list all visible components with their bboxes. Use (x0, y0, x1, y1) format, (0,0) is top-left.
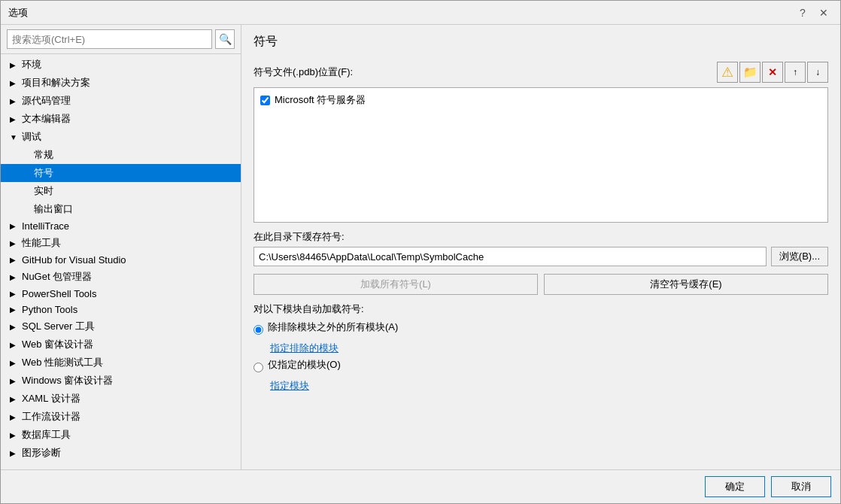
close-button[interactable]: ✕ (815, 4, 833, 22)
tree-item-env[interactable]: ▶ 环境 (1, 56, 241, 74)
tree-item-debug[interactable]: ▼ 调试 (1, 128, 241, 146)
tree-item-powershell[interactable]: ▶ PowerShell Tools (1, 286, 241, 302)
tree-item-webperf[interactable]: ▶ Web 性能测试工具 (1, 354, 241, 372)
cache-path-input[interactable] (254, 247, 767, 266)
tree-label-github: GitHub for Visual Studio (22, 254, 126, 266)
tree-item-github[interactable]: ▶ GitHub for Visual Studio (1, 252, 241, 268)
symbol-list-box: Microsoft 符号服务器 (254, 87, 828, 223)
cache-section: 在此目录下缓存符号: 浏览(B)... (254, 230, 828, 266)
warning-icon: ⚠ (721, 64, 733, 80)
clear-cache-button[interactable]: 清空符号缓存(E) (544, 274, 828, 295)
tree-item-proj[interactable]: ▶ 项目和解决方案 (1, 74, 241, 92)
radio-all-label[interactable]: 除排除模块之外的所有模块(A) (268, 320, 398, 334)
tree-item-debug-general[interactable]: 常规 (1, 146, 241, 164)
expand-arrow-db: ▶ (10, 431, 19, 439)
tree-label-webperf: Web 性能测试工具 (22, 356, 103, 369)
ms-symbol-checkbox[interactable] (260, 96, 270, 105)
tree-item-nuget[interactable]: ▶ NuGet 包管理器 (1, 268, 241, 286)
folder-icon-btn[interactable]: 📁 (739, 62, 761, 83)
tree-item-text[interactable]: ▶ 文本编辑器 (1, 110, 241, 128)
symbol-file-row: 符号文件(.pdb)位置(F): ⚠ 📁 ✕ ↑ (254, 62, 828, 83)
expand-arrow-text: ▶ (10, 115, 19, 123)
tree-item-debug-output[interactable]: 输出窗口 (1, 200, 241, 218)
radio-all-row: 除排除模块之外的所有模块(A) (254, 320, 828, 339)
tree-label-xaml: XAML 设计器 (22, 392, 80, 405)
tree-item-debug-realtime[interactable]: 实时 (1, 182, 241, 200)
tree-item-db[interactable]: ▶ 数据库工具 (1, 426, 241, 444)
tree-item-src[interactable]: ▶ 源代码管理 (1, 92, 241, 110)
expand-arrow-perf: ▶ (10, 239, 19, 247)
search-button[interactable]: 🔍 (215, 29, 235, 49)
tree-item-winforms[interactable]: ▶ Windows 窗体设计器 (1, 372, 241, 390)
expand-arrow-powershell: ▶ (10, 290, 19, 298)
tree-label-webdesign: Web 窗体设计器 (22, 338, 93, 351)
tree-item-intellitrace[interactable]: ▶ IntelliTrace (1, 218, 241, 234)
ok-button[interactable]: 确定 (705, 476, 765, 497)
tree-label-winforms: Windows 窗体设计器 (22, 374, 113, 387)
ms-symbol-label[interactable]: Microsoft 符号服务器 (275, 93, 366, 107)
expand-arrow-nuget: ▶ (10, 273, 19, 281)
left-panel: 🔍 ▶ 环境 ▶ 项目和解决方案 ▶ 源代码管理 ▶ 文本编辑器 (1, 25, 241, 469)
radio-specified[interactable] (254, 363, 263, 372)
expand-arrow-github: ▶ (10, 256, 19, 264)
tree-label-output: 输出窗口 (34, 202, 73, 216)
expand-arrow-python: ▶ (10, 305, 19, 314)
tree-label-sql: SQL Server 工具 (22, 320, 95, 333)
expand-arrow-winforms: ▶ (10, 377, 19, 385)
tree-item-python[interactable]: ▶ Python Tools (1, 302, 241, 317)
delete-icon-btn[interactable]: ✕ (762, 62, 783, 83)
up-arrow-icon: ↑ (793, 67, 797, 77)
radio-all[interactable] (254, 325, 263, 335)
tree-label-text: 文本编辑器 (22, 112, 71, 126)
tree-label-proj: 项目和解决方案 (22, 76, 90, 90)
expand-arrow-env: ▶ (10, 61, 19, 69)
tree-label-debug: 调试 (22, 130, 41, 144)
auto-load-label: 对以下模块自动加载符号: (254, 302, 828, 316)
expand-arrow-webdesign: ▶ (10, 341, 19, 349)
tree-item-debug-symbols[interactable]: 符号 (1, 164, 241, 182)
tree-item-webdesign[interactable]: ▶ Web 窗体设计器 (1, 335, 241, 354)
expand-arrow-proj: ▶ (10, 79, 19, 87)
expand-arrow-sql: ▶ (10, 323, 19, 331)
auto-load-section: 对以下模块自动加载符号: 除排除模块之外的所有模块(A) 指定排除的模块 仅指定… (254, 302, 828, 393)
specify-link[interactable]: 指定模块 (270, 379, 828, 393)
expand-arrow-debug: ▼ (10, 133, 19, 141)
symbol-file-label: 符号文件(.pdb)位置(F): (254, 65, 353, 79)
tree-area: ▶ 环境 ▶ 项目和解决方案 ▶ 源代码管理 ▶ 文本编辑器 ▼ 调试 (1, 54, 241, 469)
specify-exclude-link[interactable]: 指定排除的模块 (270, 342, 828, 355)
tree-item-perf[interactable]: ▶ 性能工具 (1, 234, 241, 252)
symbol-server-row: Microsoft 符号服务器 (257, 91, 824, 109)
radio-specified-label[interactable]: 仅指定的模块(O) (268, 358, 341, 372)
expand-arrow-xaml: ▶ (10, 395, 19, 403)
right-panel: 符号 符号文件(.pdb)位置(F): ⚠ 📁 ✕ (241, 25, 840, 469)
tree-item-workflow[interactable]: ▶ 工作流设计器 (1, 408, 241, 426)
tree-item-graph[interactable]: ▶ 图形诊断 (1, 444, 241, 462)
delete-icon: ✕ (768, 66, 777, 78)
radio-group: 除排除模块之外的所有模块(A) 指定排除的模块 仅指定的模块(O) 指定模块 (254, 320, 828, 393)
expand-arrow-graph: ▶ (10, 449, 19, 457)
symbol-file-section: 符号文件(.pdb)位置(F): ⚠ 📁 ✕ ↑ (254, 62, 828, 223)
browse-button[interactable]: 浏览(B)... (771, 247, 828, 266)
action-row: 加载所有符号(L) 清空符号缓存(E) (254, 274, 828, 295)
move-up-btn[interactable]: ↑ (785, 62, 806, 83)
tree-item-xaml[interactable]: ▶ XAML 设计器 (1, 390, 241, 408)
tree-item-sql[interactable]: ▶ SQL Server 工具 (1, 317, 241, 335)
tree-label-symbols: 符号 (34, 166, 53, 180)
folder-icon: 📁 (743, 65, 758, 79)
load-all-button[interactable]: 加载所有符号(L) (254, 274, 538, 295)
move-down-btn[interactable]: ↓ (807, 62, 828, 83)
warning-icon-btn[interactable]: ⚠ (717, 62, 738, 83)
tree-label-workflow: 工作流设计器 (22, 410, 80, 424)
tree-label-python: Python Tools (22, 304, 77, 315)
title-bar: 选项 ? ✕ (1, 1, 840, 25)
radio-specified-row: 仅指定的模块(O) (254, 358, 828, 376)
expand-arrow-webperf: ▶ (10, 359, 19, 367)
cancel-button[interactable]: 取消 (771, 476, 831, 497)
tree-label-perf: 性能工具 (22, 236, 61, 250)
search-input[interactable] (7, 29, 212, 49)
tree-label-src: 源代码管理 (22, 94, 71, 108)
toolbar-icons: ⚠ 📁 ✕ ↑ ↓ (717, 62, 828, 83)
help-button[interactable]: ? (794, 4, 812, 22)
section-title: 符号 (254, 34, 828, 50)
tree-label-nuget: NuGet 包管理器 (22, 270, 92, 284)
